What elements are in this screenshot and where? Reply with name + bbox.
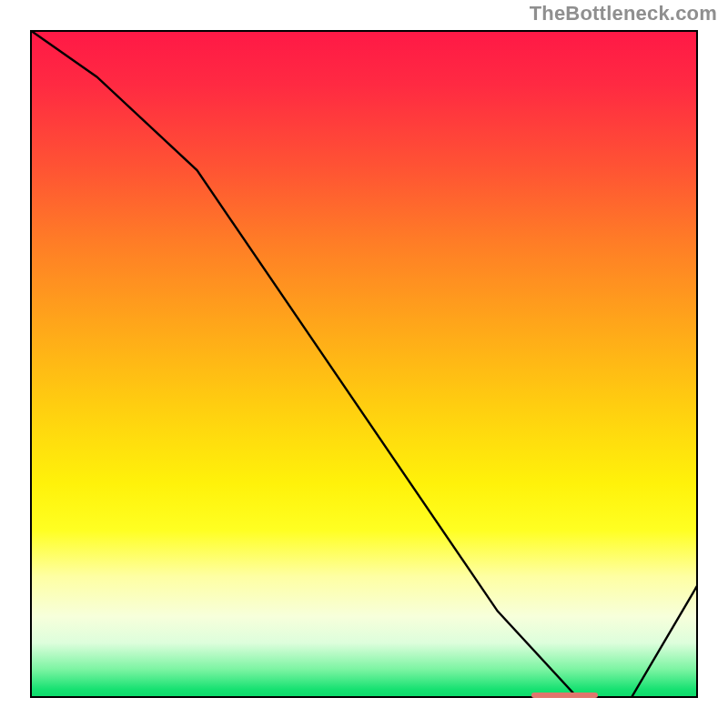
watermark-text: TheBottleneck.com — [530, 2, 717, 25]
minimum-marker — [531, 693, 598, 698]
chart-axes-box — [30, 30, 698, 698]
